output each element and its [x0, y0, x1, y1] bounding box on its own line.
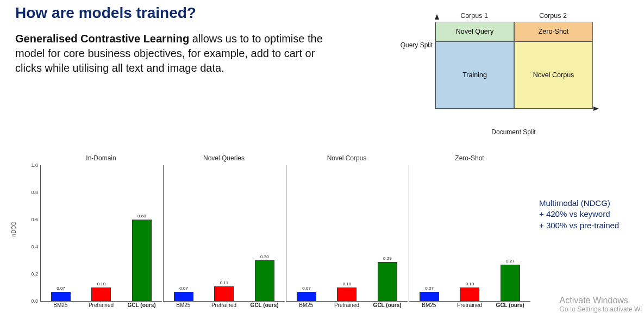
chart-bar-slot: 0.07	[409, 165, 449, 301]
chart-bar-slot: 0.10	[327, 165, 367, 301]
chart-bar	[91, 288, 111, 301]
quadrant-cell-novel-query: Novel Query	[435, 22, 514, 41]
chart-x-tick: BM25	[286, 302, 327, 308]
chart-x-tick: GCL (ours)	[490, 302, 530, 308]
chart-panel: Novel Corpus0.070.100.29BM25PretrainedGC…	[286, 155, 408, 313]
annotation-line-2: + 420% vs keyword	[539, 209, 642, 220]
chart-x-tick: GCL (ours)	[244, 302, 285, 308]
chart-x-tick: Pretrained	[449, 302, 490, 308]
quadrant-col1-label: Corpus 1	[435, 12, 514, 20]
quadrant-cell-training: Training	[435, 41, 514, 109]
chart-bar-value-label: 0.10	[466, 282, 474, 286]
chart-panel: Novel Queries0.070.110.30BM25PretrainedG…	[163, 155, 285, 313]
chart-y-tick: 0.6	[31, 217, 38, 222]
chart-plot-area: 0.070.100.60	[40, 165, 162, 302]
chart-y-tick: 0.8	[31, 190, 38, 195]
chart-bar-slot: 0.10	[449, 165, 490, 301]
chart-x-tick: BM25	[409, 302, 449, 308]
chart-bar	[255, 260, 274, 301]
chart-x-tick: Pretrained	[327, 302, 367, 308]
chart-panel: In-Domain0.070.100.60BM25PretrainedGCL (…	[40, 155, 162, 313]
chart-bar-slot: 0.07	[164, 165, 204, 301]
chart-bar	[460, 288, 479, 301]
arrow-right-icon	[593, 107, 599, 111]
chart-bar	[174, 292, 193, 302]
annotation-line-3: + 300% vs pre-trained	[539, 220, 642, 231]
chart-panel-title: In-Domain	[40, 154, 162, 162]
chart-bar	[501, 265, 520, 302]
chart-bar-value-label: 0.60	[137, 214, 146, 218]
chart-bar-value-label: 0.10	[343, 282, 352, 286]
chart-bar	[337, 288, 357, 301]
quadrant-y-axis-label: Query Split	[389, 41, 433, 49]
arrow-up-icon	[435, 14, 439, 20]
chart-bar-value-label: 0.07	[179, 286, 188, 291]
quadrant-cell-zero-shot: Zero-Shot	[514, 22, 593, 41]
chart-y-tick: 0.4	[31, 244, 38, 249]
chart-bar-value-label: 0.07	[57, 286, 65, 291]
quadrant-x-axis-label: Document Split	[435, 128, 592, 136]
chart-bar	[420, 292, 439, 302]
chart-bar-value-label: 0.30	[260, 254, 269, 259]
chart-bar-value-label: 0.11	[220, 280, 229, 285]
page-title: How are models trained?	[15, 4, 196, 22]
chart-panel: Zero-Shot0.070.100.27BM25PretrainedGCL (…	[409, 155, 530, 313]
chart-y-axis-title: nDCG	[11, 222, 17, 237]
chart-bar	[297, 292, 316, 302]
chart-bar-slot: 0.11	[204, 165, 244, 301]
chart-bar-slot: 0.07	[41, 165, 81, 301]
annotation-line-1: Multimodal (NDCG)	[539, 198, 642, 209]
chart-x-tick: BM25	[40, 302, 81, 308]
quadrant-col2-label: Corpus 2	[514, 12, 592, 20]
activate-windows-watermark: Activate Windows Go to Settings to activ…	[560, 296, 642, 313]
chart-annotation: Multimodal (NDCG) + 420% vs keyword + 30…	[539, 198, 642, 231]
chart-y-tick: 0.2	[31, 271, 38, 277]
bar-charts-row: nDCG 0.00.20.40.60.81.0 In-Domain0.070.1…	[21, 155, 532, 313]
chart-bar-slot: 0.29	[367, 165, 408, 301]
chart-bar	[132, 220, 152, 301]
subtitle: Generalised Contrastive Learning allows …	[15, 32, 336, 76]
quadrant-cell-novel-corpus: Novel Corpus	[514, 41, 593, 109]
chart-x-tick: Pretrained	[81, 302, 122, 308]
chart-bar-value-label: 0.29	[383, 256, 392, 261]
chart-y-tick: 0.0	[31, 298, 38, 304]
chart-x-tick: BM25	[163, 302, 204, 308]
chart-bar-slot: 0.60	[122, 165, 162, 301]
chart-bar-value-label: 0.10	[97, 282, 106, 286]
chart-plot-area: 0.070.100.29	[286, 165, 408, 302]
chart-bar-value-label: 0.27	[506, 259, 515, 264]
chart-plot-area: 0.070.110.30	[163, 165, 285, 302]
chart-y-tick: 1.0	[31, 162, 38, 168]
quadrant-diagram: Query Split Corpus 1 Corpus 2 Novel Quer…	[435, 14, 609, 123]
chart-plot-area: 0.070.100.27	[409, 165, 530, 302]
chart-panel-title: Novel Corpus	[286, 154, 408, 162]
chart-bar	[51, 292, 71, 302]
watermark-subtitle: Go to Settings to activate Wi	[560, 305, 642, 313]
chart-panel-title: Novel Queries	[163, 154, 285, 162]
chart-bar	[214, 286, 234, 302]
chart-bar-slot: 0.30	[245, 165, 285, 301]
chart-y-axis: nDCG 0.00.20.40.60.81.0	[21, 155, 40, 313]
chart-bar-value-label: 0.07	[302, 286, 311, 291]
chart-bar-slot: 0.07	[286, 165, 327, 301]
chart-bar-slot: 0.27	[490, 165, 530, 301]
subtitle-bold: Generalised Contrastive Learning	[15, 33, 192, 45]
watermark-title: Activate Windows	[560, 296, 642, 305]
chart-bar-slot: 0.10	[81, 165, 121, 301]
chart-x-tick: GCL (ours)	[367, 302, 408, 308]
chart-bar-value-label: 0.07	[425, 286, 434, 291]
chart-bar	[378, 262, 397, 302]
chart-x-tick: Pretrained	[204, 302, 245, 308]
chart-panel-title: Zero-Shot	[409, 154, 530, 162]
chart-x-tick: GCL (ours)	[121, 302, 162, 308]
